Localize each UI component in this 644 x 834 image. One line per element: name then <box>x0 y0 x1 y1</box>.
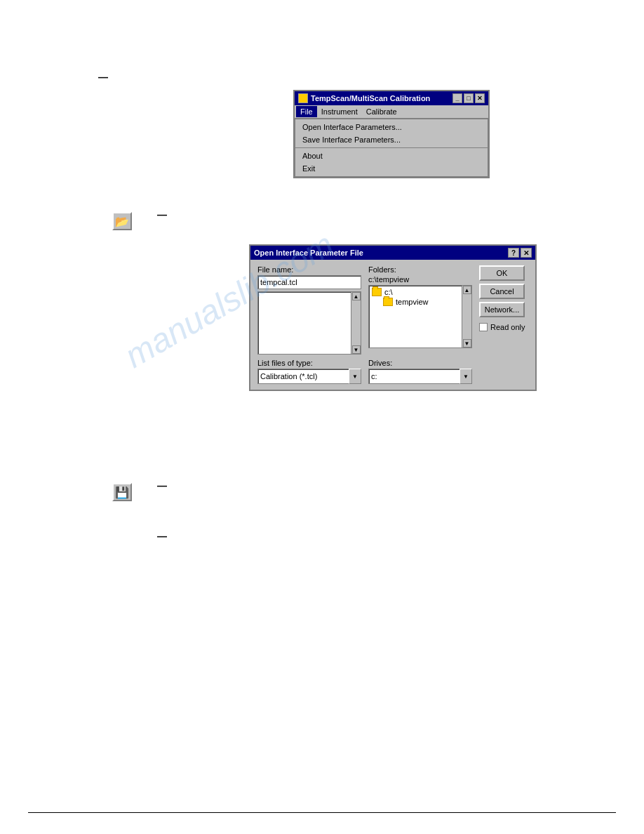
folder-scroll-up[interactable]: ▲ <box>463 286 471 294</box>
scrollbar-up[interactable]: ▲ <box>352 292 361 300</box>
drives-label: Drives: <box>368 359 472 367</box>
bottom-rule <box>28 812 616 813</box>
calibration-title: TempScan/MultiScan Calibration <box>311 94 430 102</box>
open-file-titlebar: Open Interface Parameter File ? ✕ <box>250 246 535 260</box>
menu-separator <box>295 147 488 148</box>
scrollbar-down[interactable]: ▼ <box>352 345 361 354</box>
dialog-titlebar-buttons[interactable]: ? ✕ <box>508 248 532 258</box>
dash-marker-2: — <box>157 209 167 220</box>
file-list-scrollbar[interactable]: ▲ ▼ <box>351 292 361 354</box>
drives-select[interactable]: c: <box>368 369 472 384</box>
calibration-window: TempScan/MultiScan Calibration _ □ ✕ Fil… <box>293 90 490 178</box>
network-button[interactable]: Network... <box>479 302 525 317</box>
open-file-title: Open Interface Parameter File <box>254 249 363 257</box>
menu-file[interactable]: File <box>296 106 317 117</box>
filename-input[interactable] <box>257 275 361 289</box>
folders-label: Folders: <box>368 265 472 274</box>
folder-scrollbar[interactable]: ▲ ▼ <box>462 286 471 348</box>
menubar: File Instrument Calibrate <box>295 105 488 119</box>
drives-arrow[interactable]: ▼ <box>459 369 472 384</box>
open-folder-icon: 📂 <box>112 212 132 230</box>
list-files-arrow[interactable]: ▼ <box>349 369 361 384</box>
menu-about[interactable]: About <box>295 150 488 162</box>
dash-marker-1: — <box>98 72 108 83</box>
menu-calibrate[interactable]: Calibrate <box>362 106 401 117</box>
maximize-button[interactable]: □ <box>464 93 474 103</box>
menu-save-params[interactable]: Save Interface Parameters... <box>295 133 488 146</box>
dash-marker-4: — <box>157 531 167 542</box>
open-file-dialog: Open Interface Parameter File ? ✕ File n… <box>249 244 537 391</box>
folder-c-icon <box>372 288 382 296</box>
dialog-close-button[interactable]: ✕ <box>521 248 532 258</box>
folder-item-tempview[interactable]: tempview <box>370 297 470 307</box>
calibration-titlebar: TempScan/MultiScan Calibration _ □ ✕ <box>295 91 488 105</box>
help-button[interactable]: ? <box>508 248 519 258</box>
save-icon: 💾 <box>112 483 132 501</box>
close-button[interactable]: ✕ <box>475 93 485 103</box>
folder-item-c[interactable]: c:\ <box>370 287 470 297</box>
menu-exit[interactable]: Exit <box>295 162 488 175</box>
ok-button[interactable]: OK <box>479 265 525 281</box>
filename-label: File name: <box>257 265 361 274</box>
folder-scroll-down[interactable]: ▼ <box>463 339 471 348</box>
menu-instrument[interactable]: Instrument <box>317 106 362 117</box>
readonly-label: Read only <box>490 323 525 331</box>
readonly-row: Read only <box>479 323 528 331</box>
folders-path: c:\tempview <box>368 275 472 284</box>
file-dropdown: Open Interface Parameters... Save Interf… <box>295 119 488 177</box>
titlebar-icon <box>298 93 308 103</box>
titlebar-buttons[interactable]: _ □ ✕ <box>452 93 485 103</box>
readonly-checkbox[interactable] <box>479 323 488 331</box>
list-files-select[interactable]: Calibration (*.tcl) <box>257 369 361 384</box>
folder-tempview-icon <box>383 298 393 306</box>
folder-c-label: c:\ <box>384 288 393 296</box>
folder-tempview-label: tempview <box>396 298 428 306</box>
list-files-label: List files of type: <box>257 359 361 367</box>
cancel-button[interactable]: Cancel <box>479 284 525 299</box>
menu-open-params[interactable]: Open Interface Parameters... <box>295 121 488 133</box>
dash-marker-3: — <box>157 480 167 491</box>
minimize-button[interactable]: _ <box>452 93 462 103</box>
